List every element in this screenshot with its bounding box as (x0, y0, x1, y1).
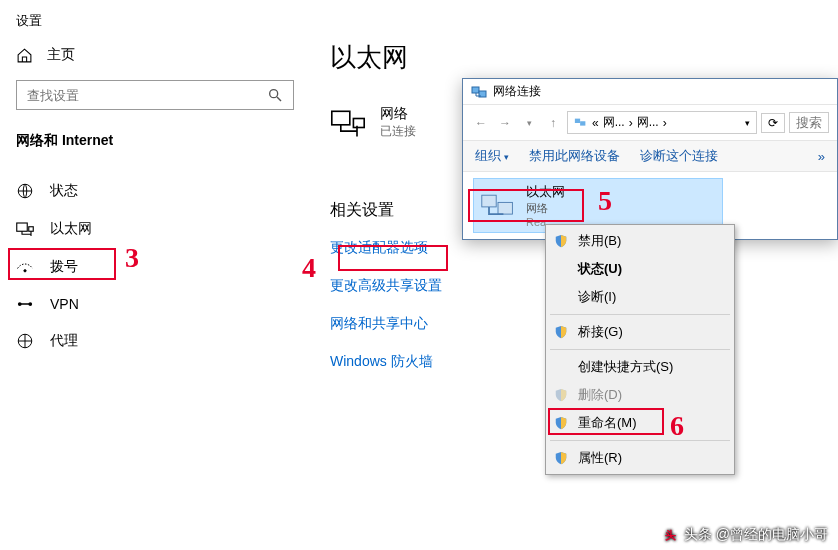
search-field[interactable] (27, 88, 267, 103)
network-status[interactable]: 网络 已连接 (330, 105, 442, 140)
bc-dropdown-icon[interactable]: ▾ (745, 118, 750, 128)
bc-segment[interactable]: 网... (603, 114, 625, 131)
sidebar-item-proxy[interactable]: 代理 (16, 322, 294, 360)
sidebar-item-vpn[interactable]: VPN (16, 286, 294, 322)
menu-rename[interactable]: 重命名(M) (548, 409, 732, 437)
menu-disable[interactable]: 禁用(B) (548, 227, 732, 255)
connection-network: 网络 (526, 201, 565, 216)
svg-rect-2 (17, 223, 28, 231)
explorer-search[interactable] (789, 112, 829, 133)
svg-point-4 (24, 270, 26, 272)
menu-separator (550, 314, 730, 315)
cmd-organize[interactable]: 组织 (475, 147, 509, 165)
dialup-icon (16, 260, 34, 274)
recent-dropdown[interactable]: ▾ (519, 113, 539, 133)
watermark-icon: 头 (662, 526, 680, 544)
svg-rect-14 (580, 121, 585, 125)
svg-rect-13 (575, 118, 580, 122)
ethernet-status-icon (330, 109, 366, 137)
nav-label: 代理 (50, 332, 78, 350)
vpn-icon (16, 298, 34, 310)
svg-rect-3 (29, 227, 34, 232)
connection-icon (480, 191, 516, 221)
network-connections-window: 网络连接 ← → ▾ ↑ « 网... › 网... › ▾ ⟳ 组织 禁用此网… (462, 78, 838, 240)
shield-icon (554, 416, 568, 430)
link-adapter-options[interactable]: 更改适配器选项 (330, 239, 442, 257)
sidebar-item-ethernet[interactable]: 以太网 (16, 210, 294, 248)
menu-properties[interactable]: 属性(R) (548, 444, 732, 472)
related-settings-header: 相关设置 (330, 200, 442, 221)
svg-rect-16 (498, 202, 512, 214)
connection-name: 以太网 (526, 183, 565, 201)
network-name: 网络 (380, 105, 416, 123)
watermark: 头 头条 @曾经的电脑小哥 (662, 526, 828, 544)
svg-rect-10 (353, 118, 364, 127)
link-windows-firewall[interactable]: Windows 防火墙 (330, 353, 442, 371)
menu-separator (550, 349, 730, 350)
forward-button[interactable]: → (495, 113, 515, 133)
window-icon (471, 84, 487, 100)
nav-label: 以太网 (50, 220, 92, 238)
refresh-button[interactable]: ⟳ (761, 113, 785, 133)
svg-rect-9 (332, 111, 350, 125)
category-header: 网络和 Internet (16, 132, 294, 150)
svg-rect-7 (21, 303, 30, 305)
sidebar-item-status[interactable]: 状态 (16, 172, 294, 210)
shield-icon (554, 451, 568, 465)
globe-icon (16, 182, 34, 200)
proxy-icon (16, 332, 34, 350)
home-label: 主页 (47, 46, 75, 64)
network-state: 已连接 (380, 123, 416, 140)
link-network-center[interactable]: 网络和共享中心 (330, 315, 442, 333)
back-button[interactable]: ← (471, 113, 491, 133)
menu-delete: 删除(D) (548, 381, 732, 409)
menu-bridge[interactable]: 桥接(G) (548, 318, 732, 346)
shield-icon (554, 388, 568, 402)
svg-rect-11 (472, 87, 479, 93)
svg-point-0 (270, 90, 278, 98)
home-icon (16, 47, 33, 64)
bc-segment[interactable]: 网... (637, 114, 659, 131)
svg-rect-15 (482, 195, 496, 207)
nav-label: VPN (50, 296, 79, 312)
menu-separator (550, 440, 730, 441)
settings-title: 设置 (16, 12, 294, 30)
search-input[interactable] (16, 80, 294, 110)
context-menu: 禁用(B) 状态(U) 诊断(I) 桥接(G) 创建快捷方式(S) 删除(D) … (545, 224, 735, 475)
more-commands-icon[interactable]: » (818, 149, 825, 164)
menu-create-shortcut[interactable]: 创建快捷方式(S) (548, 353, 732, 381)
home-link[interactable]: 主页 (16, 46, 294, 64)
nav-label: 状态 (50, 182, 78, 200)
shield-icon (554, 325, 568, 339)
folder-icon (574, 116, 588, 130)
cmd-disable-device[interactable]: 禁用此网络设备 (529, 147, 620, 165)
menu-status[interactable]: 状态(U) (548, 255, 732, 283)
sidebar-item-dialup[interactable]: 拨号 (16, 248, 294, 286)
search-icon (267, 87, 283, 103)
shield-icon (554, 234, 568, 248)
cmd-diagnose[interactable]: 诊断这个连接 (640, 147, 718, 165)
up-button[interactable]: ↑ (543, 113, 563, 133)
window-title: 网络连接 (493, 83, 541, 100)
page-title: 以太网 (330, 40, 442, 75)
link-advanced-sharing[interactable]: 更改高级共享设置 (330, 277, 442, 295)
ethernet-icon (16, 222, 34, 236)
menu-diagnose[interactable]: 诊断(I) (548, 283, 732, 311)
nav-label: 拨号 (50, 258, 78, 276)
breadcrumb[interactable]: « 网... › 网... › ▾ (567, 111, 757, 134)
